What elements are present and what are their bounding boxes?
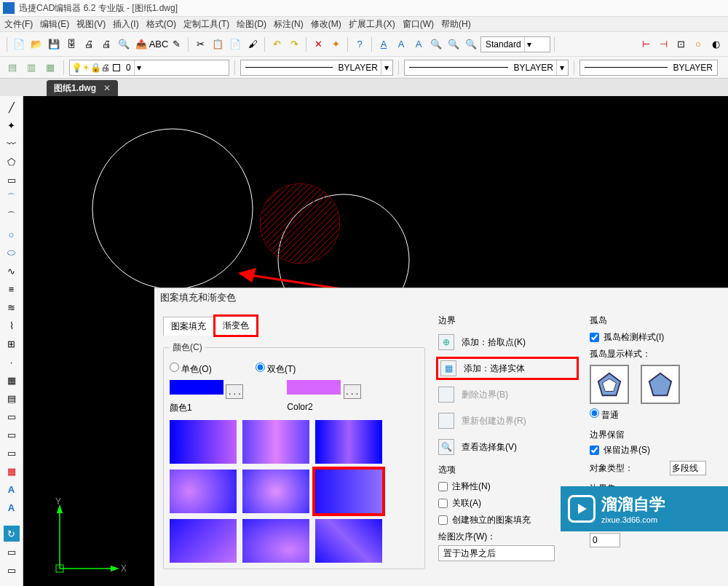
- r3-icon[interactable]: ▭: [4, 445, 20, 461]
- lineweight-combo[interactable]: BYLAYER ▾: [404, 60, 569, 76]
- menu-ext[interactable]: 扩展工具(X): [349, 18, 395, 31]
- match-icon[interactable]: 🖌: [245, 36, 261, 52]
- tab-pattern[interactable]: 图案填充: [163, 317, 213, 336]
- find-icon[interactable]: 🔍: [428, 36, 444, 52]
- radio-single[interactable]: 单色(O): [170, 363, 212, 376]
- text-a3-icon[interactable]: A: [411, 36, 427, 52]
- line-icon[interactable]: ╱: [4, 99, 20, 115]
- s2-icon[interactable]: ≋: [4, 299, 20, 315]
- redo-icon[interactable]: ↷: [286, 36, 302, 52]
- text-style-combo[interactable]: Standard ▾: [480, 36, 550, 52]
- select-objects-button[interactable]: ▦ 添加：选择实体: [438, 359, 577, 378]
- menu-file[interactable]: 文件(F): [4, 18, 33, 31]
- menu-insert[interactable]: 插入(I): [113, 18, 138, 31]
- menu-window[interactable]: 窗口(W): [403, 18, 434, 31]
- grad-icon[interactable]: ▤: [4, 390, 20, 406]
- island-outer-icon[interactable]: [641, 365, 680, 404]
- paste-icon[interactable]: 📄: [227, 36, 243, 52]
- refresh-icon[interactable]: ↻: [4, 526, 20, 542]
- b1-icon[interactable]: ▭: [4, 544, 20, 560]
- pline-icon[interactable]: 〰: [4, 135, 20, 151]
- chevron-down-icon[interactable]: ▾: [381, 60, 391, 75]
- menu-modify[interactable]: 修改(M): [311, 18, 341, 31]
- copy-icon[interactable]: 📋: [210, 36, 226, 52]
- angle-input[interactable]: [590, 533, 620, 547]
- r2-icon[interactable]: ▭: [4, 427, 20, 443]
- object-type-combo[interactable]: 多段线: [670, 461, 706, 475]
- arc-icon[interactable]: ⌒: [4, 190, 20, 206]
- gradient-2[interactable]: [242, 420, 309, 464]
- s1-icon[interactable]: ≡: [4, 281, 20, 297]
- gradient-7[interactable]: [170, 519, 237, 563]
- layer-icon[interactable]: ▤: [4, 60, 20, 76]
- color1-more-button[interactable]: . . .: [226, 384, 243, 399]
- gradient-1[interactable]: [170, 420, 237, 464]
- circle-icon[interactable]: ○: [4, 226, 20, 242]
- rect-icon[interactable]: ▭: [4, 172, 20, 188]
- find2-icon[interactable]: 🔍: [446, 36, 462, 52]
- gradient-4[interactable]: [170, 470, 237, 513]
- help-icon[interactable]: ?: [352, 36, 368, 52]
- color2-swatch[interactable]: [287, 380, 341, 395]
- polygon-icon[interactable]: ⬠: [4, 154, 20, 170]
- layer3-icon[interactable]: ▦: [42, 60, 58, 76]
- independent-checkbox[interactable]: 创建独立的图案填充: [438, 514, 577, 526]
- text-a2-icon[interactable]: A: [393, 36, 409, 52]
- erase-icon[interactable]: ✕: [310, 36, 326, 52]
- menu-dim[interactable]: 标注(N): [274, 18, 304, 31]
- gradient-9[interactable]: [315, 519, 382, 563]
- hatch2-icon[interactable]: ▦: [4, 463, 20, 479]
- publish-icon[interactable]: 📤: [133, 36, 149, 52]
- save-icon[interactable]: 💾: [46, 36, 62, 52]
- b2-icon[interactable]: ▭: [4, 562, 20, 578]
- pick-point-button[interactable]: ⊕ 添加：拾取点(K): [438, 333, 577, 352]
- menu-tools[interactable]: 定制工具(T): [183, 18, 229, 31]
- text-a-icon[interactable]: A: [376, 36, 392, 52]
- dim4-icon[interactable]: ○: [690, 36, 706, 52]
- gradient-3[interactable]: [315, 420, 382, 464]
- gradient-5[interactable]: [242, 470, 309, 513]
- layer-combo[interactable]: 💡☀🔒🖨 0 ▾: [69, 60, 229, 76]
- cut-icon[interactable]: ✂: [192, 36, 208, 52]
- menu-format[interactable]: 格式(O): [146, 18, 176, 31]
- undo-icon[interactable]: ↶: [269, 36, 285, 52]
- linetype-combo[interactable]: BYLAYER ▾: [240, 60, 393, 76]
- ellipse-icon[interactable]: ⬭: [4, 245, 20, 261]
- xline-icon[interactable]: ✦: [4, 117, 20, 133]
- draw-order-combo[interactable]: 置于边界之后: [438, 545, 555, 561]
- dim-icon[interactable]: ⊢: [638, 36, 654, 52]
- region-icon[interactable]: ▭: [4, 408, 20, 424]
- chevron-down-icon[interactable]: ▾: [556, 60, 566, 75]
- annotative-checkbox[interactable]: 注释性(N): [438, 480, 577, 493]
- menu-draw[interactable]: 绘图(D): [237, 18, 266, 31]
- radio-normal[interactable]: 普通: [590, 410, 619, 420]
- print-icon[interactable]: 🖨: [81, 36, 97, 52]
- s4-icon[interactable]: ⊞: [4, 336, 20, 352]
- find3-icon[interactable]: 🔍: [463, 36, 479, 52]
- color1-swatch[interactable]: [170, 380, 223, 395]
- spline-icon[interactable]: ∿: [4, 263, 20, 279]
- chevron-down-icon[interactable]: ▾: [134, 60, 144, 75]
- menu-edit[interactable]: 编辑(E): [40, 18, 69, 31]
- open-icon[interactable]: 📂: [28, 36, 44, 52]
- preview-icon[interactable]: 🔍: [116, 36, 132, 52]
- tab-gradient[interactable]: 渐变色: [213, 314, 258, 337]
- saveall-icon[interactable]: 🗄: [63, 36, 79, 52]
- view-selection-button[interactable]: 🔍 查看选择集(V): [438, 437, 577, 456]
- point-icon[interactable]: ·: [4, 354, 20, 370]
- hatch-icon[interactable]: ▦: [4, 372, 20, 388]
- text-icon[interactable]: A: [4, 499, 20, 515]
- layer2-icon[interactable]: ▥: [23, 60, 39, 76]
- lineweight2-combo[interactable]: BYLAYER: [579, 60, 718, 76]
- spell-icon[interactable]: ABC: [151, 36, 167, 52]
- dim2-icon[interactable]: ⊣: [655, 36, 671, 52]
- island-normal-icon[interactable]: [590, 365, 629, 404]
- new-icon[interactable]: 📄: [11, 36, 27, 52]
- dim3-icon[interactable]: ⊡: [673, 36, 689, 52]
- audit-icon[interactable]: ✎: [168, 36, 184, 52]
- print2-icon[interactable]: 🖨: [98, 36, 114, 52]
- gradient-6[interactable]: [315, 470, 382, 513]
- island-detect-checkbox[interactable]: 孤岛检测样式(I): [590, 331, 706, 344]
- color2-more-button[interactable]: . . .: [344, 384, 361, 399]
- close-tab-icon[interactable]: ✕: [103, 83, 111, 93]
